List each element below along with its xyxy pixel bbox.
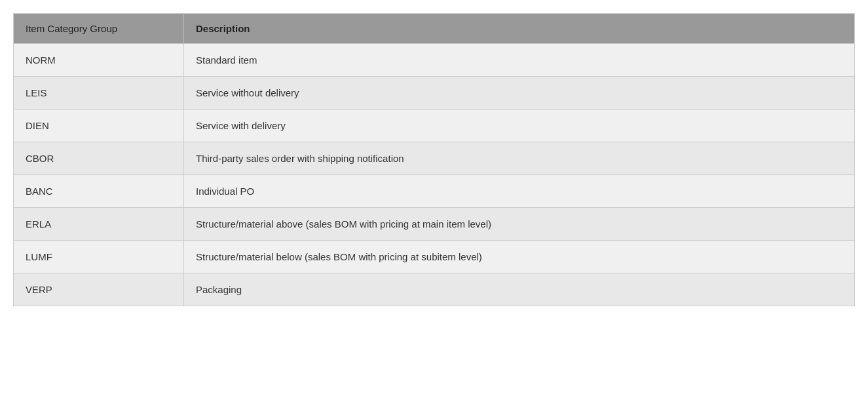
table-row: ERLAStructure/material above (sales BOM … — [14, 208, 855, 241]
table-row: CBORThird-party sales order with shippin… — [14, 142, 855, 175]
cell-category: BANC — [14, 175, 184, 208]
cell-description: Service without delivery — [184, 77, 855, 110]
item-category-table: Item Category Group Description NORMStan… — [13, 13, 855, 306]
cell-description: Service with delivery — [184, 110, 855, 142]
cell-category: CBOR — [14, 142, 184, 175]
header-category: Item Category Group — [14, 14, 184, 44]
cell-description: Structure/material above (sales BOM with… — [184, 208, 855, 241]
table-header-row: Item Category Group Description — [14, 14, 855, 44]
cell-category: LUMF — [14, 241, 184, 273]
table-row: BANCIndividual PO — [14, 175, 855, 208]
cell-description: Structure/material below (sales BOM with… — [184, 241, 855, 273]
table-row: LEISService without delivery — [14, 77, 855, 110]
cell-description: Packaging — [184, 273, 855, 306]
cell-category: ERLA — [14, 208, 184, 241]
table-row: DIENService with delivery — [14, 110, 855, 142]
cell-category: DIEN — [14, 110, 184, 142]
table-row: VERPPackaging — [14, 273, 855, 306]
main-table-container: Item Category Group Description NORMStan… — [13, 13, 855, 306]
cell-category: VERP — [14, 273, 184, 306]
cell-category: NORM — [14, 44, 184, 77]
table-row: LUMFStructure/material below (sales BOM … — [14, 241, 855, 273]
cell-description: Third-party sales order with shipping no… — [184, 142, 855, 175]
header-description: Description — [184, 14, 855, 44]
table-row: NORMStandard item — [14, 44, 855, 77]
cell-description: Standard item — [184, 44, 855, 77]
cell-description: Individual PO — [184, 175, 855, 208]
cell-category: LEIS — [14, 77, 184, 110]
